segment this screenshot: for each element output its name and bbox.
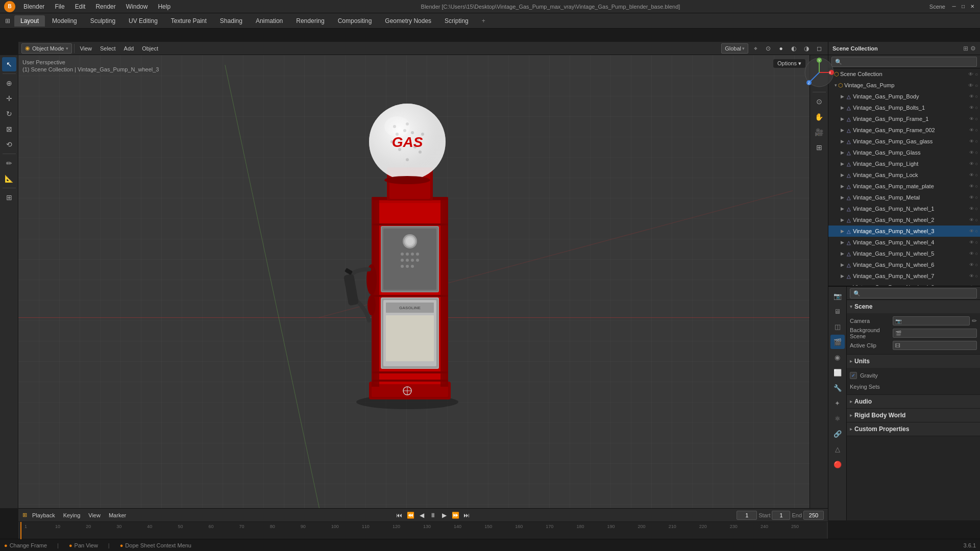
outliner-select-icon[interactable]: ○ (975, 172, 978, 178)
prop-tab-constraints[interactable]: 🔗 (830, 427, 845, 441)
prop-search-input[interactable] (850, 288, 977, 298)
prop-tab-output[interactable]: 🖥 (830, 304, 845, 318)
outliner-select-icon[interactable]: ○ (975, 217, 978, 222)
outliner-item[interactable]: ▶△Vintage_Gas_Pump_Light👁○ (828, 158, 980, 169)
viewport-shading-rendered[interactable]: ◑ (801, 43, 812, 54)
prop-tab-render[interactable]: 📷 (830, 289, 845, 303)
prop-tab-material[interactable]: 🔴 (830, 457, 845, 471)
outliner-select-icon[interactable]: ○ (975, 240, 978, 245)
outliner-visibility-icon[interactable]: 👁 (969, 172, 974, 178)
outliner-visibility-icon[interactable]: 👁 (969, 251, 974, 256)
tab-compositing[interactable]: Compositing (332, 15, 378, 27)
restore-button[interactable]: □ (960, 3, 967, 10)
outliner-visibility-icon[interactable]: 👁 (969, 285, 974, 286)
prop-tab-modifier[interactable]: 🔧 (830, 381, 845, 395)
tab-geometry-nodes[interactable]: Geometry Nodes (379, 15, 437, 27)
nav-camera-btn[interactable]: 🎥 (812, 125, 826, 139)
axis-gizmo[interactable]: X Y Z (804, 57, 835, 88)
keying-menu[interactable]: Keying (60, 511, 84, 519)
prop-rigid-body-header[interactable]: ▸ Rigid Body World (847, 409, 980, 422)
outliner-search-input[interactable] (831, 57, 977, 67)
outliner-select-icon[interactable]: ○ (975, 195, 978, 200)
menu-file[interactable]: File (51, 2, 68, 11)
play-btn[interactable]: ▶ (439, 510, 449, 520)
outliner-visibility-icon[interactable]: 👁 (969, 262, 974, 267)
outliner-select-icon[interactable]: ○ (975, 229, 978, 234)
eye-icon[interactable]: 👁 (968, 71, 973, 77)
viewport-shading-wire[interactable]: ◻ (814, 43, 825, 54)
view-menu[interactable]: View (77, 44, 95, 53)
outliner-select-icon[interactable]: ○ (975, 161, 978, 166)
outliner-visibility-icon[interactable]: 👁 (969, 150, 974, 155)
jump-to-start-btn[interactable]: ⏮ (394, 510, 404, 520)
stop-btn[interactable]: ⏸ (428, 510, 438, 520)
outliner-item[interactable]: ▶△Vintage_Gas_Pump_Metal👁○ (828, 192, 980, 203)
prop-tab-scene[interactable]: 🎬 (830, 335, 845, 349)
outliner-item[interactable]: ▶△Vintage_Gas_Pump_N_wheel_1👁○ (828, 203, 980, 214)
outliner-vgp-collection[interactable]: ▾ ⬡ Vintage_Gas_Pump 👁 ○ (828, 80, 980, 91)
prop-tab-physics[interactable]: ⚛ (830, 411, 845, 425)
prop-tab-data[interactable]: △ (830, 442, 845, 456)
outliner-select-icon[interactable]: ○ (975, 251, 978, 256)
outliner-item[interactable]: ▶△Vintage_Gas_Pump_Bolts_1👁○ (828, 102, 980, 113)
close-button[interactable]: ✕ (969, 3, 976, 10)
outliner-select-icon[interactable]: ○ (975, 94, 978, 99)
outliner-select-icon[interactable]: ○ (975, 139, 978, 144)
tool-scale[interactable]: ⊠ (2, 122, 16, 136)
tab-shading[interactable]: Shading (214, 15, 249, 27)
hide-icon[interactable]: ○ (975, 71, 978, 77)
menu-edit[interactable]: Edit (71, 2, 90, 11)
tool-select[interactable]: ↖ (2, 57, 16, 71)
tab-modeling[interactable]: Modeling (46, 15, 83, 27)
tab-sculpting[interactable]: Sculpting (84, 15, 121, 27)
outliner-item[interactable]: ▶△Vintage_Gas_Pump_N_wheel_3👁○ (828, 226, 980, 237)
timeline-ruler[interactable]: 1 10 20 30 40 50 60 70 80 90 100 110 120… (19, 522, 827, 539)
tab-rendering[interactable]: Rendering (290, 15, 330, 27)
outliner-item[interactable]: ▶△Vintage_Gas_Pump_Lock👁○ (828, 169, 980, 181)
menu-blender[interactable]: Blender (19, 2, 48, 11)
prop-camera-value[interactable]: 📷 (893, 316, 970, 325)
prop-tab-view[interactable]: ◫ (830, 319, 845, 334)
outliner-select-icon[interactable]: ○ (975, 184, 978, 189)
outliner-item[interactable]: ▶△Vintage_Gas_Pump_Frame_002👁○ (828, 124, 980, 136)
tab-uv-editing[interactable]: UV Editing (122, 15, 164, 27)
tool-cursor[interactable]: ⊕ (2, 76, 16, 90)
menu-window[interactable]: Window (122, 2, 152, 11)
prop-tab-particles[interactable]: ✦ (830, 396, 845, 410)
outliner-visibility-icon[interactable]: 👁 (969, 139, 974, 144)
viewport-3d[interactable]: User Perspective (1) Scene Collection | … (18, 55, 810, 508)
prop-tab-world[interactable]: ◉ (830, 350, 845, 364)
outliner-select-icon[interactable]: ○ (975, 206, 978, 211)
outliner-settings-icon[interactable]: ⚙ (970, 45, 976, 52)
eye-icon-2[interactable]: 👁 (968, 83, 973, 88)
prop-gravity-checkbox[interactable]: ✓ (850, 372, 857, 379)
tab-texture-paint[interactable]: Texture Paint (165, 15, 213, 27)
outliner-select-icon[interactable]: ○ (975, 105, 978, 110)
outliner-filter-icon[interactable]: ⊞ (963, 45, 968, 52)
outliner-visibility-icon[interactable]: 👁 (969, 229, 974, 234)
hide-icon-2[interactable]: ○ (975, 83, 978, 88)
nav-zoom-btn[interactable]: ⊙ (812, 94, 826, 109)
menu-render[interactable]: Render (91, 2, 119, 11)
jump-to-end-btn[interactable]: ⏭ (461, 510, 472, 520)
outliner-item[interactable]: ▶△Vintage_Gas_Pump_N_wheel_7👁○ (828, 270, 980, 282)
prop-audio-header[interactable]: ▸ Audio (847, 395, 980, 408)
outliner-item[interactable]: ▶△Vintage_Gas_Pump_N_wheel_6👁○ (828, 259, 980, 270)
outliner-visibility-icon[interactable]: 👁 (969, 217, 974, 222)
marker-menu[interactable]: Marker (106, 511, 129, 519)
prop-camera-edit-icon[interactable]: ✏ (972, 317, 977, 324)
prop-tab-object[interactable]: ⬜ (830, 365, 845, 380)
outliner-select-icon[interactable]: ○ (975, 273, 978, 279)
outliner-visibility-icon[interactable]: 👁 (969, 161, 974, 166)
options-button[interactable]: Options ▾ (773, 59, 805, 68)
play-backwards-btn[interactable]: ◀ (416, 510, 427, 520)
tab-layout[interactable]: Layout (14, 15, 45, 27)
menu-help[interactable]: Help (154, 2, 175, 11)
outliner-select-icon[interactable]: ○ (975, 116, 978, 121)
outliner-item[interactable]: ▶△Vintage_Gas_Pump_Frame_1👁○ (828, 113, 980, 124)
viewport-overlays-btn[interactable]: ⊙ (763, 43, 774, 54)
outliner-visibility-icon[interactable]: 👁 (969, 128, 974, 133)
outliner-select-icon[interactable]: ○ (975, 150, 978, 155)
tab-scripting[interactable]: Scripting (438, 15, 475, 27)
tool-object[interactable]: ⊞ (2, 190, 16, 205)
